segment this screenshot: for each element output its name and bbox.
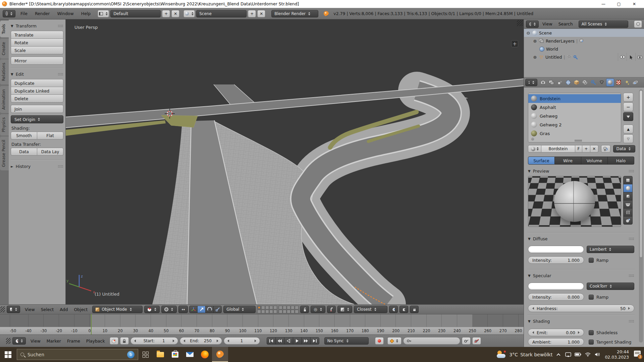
record-button[interactable] xyxy=(375,337,384,345)
new-material-button[interactable]: + xyxy=(582,145,590,153)
panel-grip[interactable] xyxy=(58,24,63,27)
decrement-arrow[interactable] xyxy=(134,340,136,342)
panel-header-edit[interactable]: ▼ Edit xyxy=(11,70,63,78)
data-button[interactable]: Data xyxy=(11,148,37,156)
snap-target-select[interactable]: Closest xyxy=(354,306,387,313)
end-frame-field[interactable]: End: 250 xyxy=(180,337,222,345)
volume-icon[interactable] xyxy=(594,350,601,359)
move-slot-down-button[interactable]: ▽ xyxy=(623,134,633,143)
battery-icon[interactable] xyxy=(574,350,582,359)
editor-type-timeline-button[interactable] xyxy=(12,337,26,345)
jump-to-end-button[interactable] xyxy=(310,337,319,345)
decrement-arrow[interactable] xyxy=(532,307,534,310)
task-view-button[interactable] xyxy=(138,347,153,362)
expand-icon[interactable]: ⊕ xyxy=(533,39,537,44)
specular-shader-select[interactable]: CookTorr xyxy=(587,283,634,290)
region-expand-button[interactable]: + xyxy=(511,40,518,47)
cast-icon[interactable] xyxy=(565,350,572,359)
list-resize-grip[interactable] xyxy=(575,140,582,141)
manipulator-toggle[interactable]: ↔ xyxy=(178,306,188,313)
timeline-ruler[interactable]: -50-40-30-20-100102030405060708090100110… xyxy=(0,327,524,335)
type-surface[interactable]: Surface xyxy=(528,157,555,165)
decrement-arrow[interactable] xyxy=(183,340,185,342)
tray-chevron-icon[interactable] xyxy=(555,350,562,359)
material-slot[interactable]: Gehweg 2 xyxy=(528,120,621,129)
panel-grip[interactable] xyxy=(58,73,63,76)
menu-item[interactable]: Search xyxy=(555,21,576,26)
firefox-button[interactable] xyxy=(197,347,212,362)
shelf-tab-physics[interactable]: Physics xyxy=(0,114,9,135)
manipulator-translate-button[interactable] xyxy=(197,306,206,313)
start-frame-field[interactable]: Start: 1 xyxy=(130,337,178,345)
3d-viewport[interactable]: z x y User Persp (1) Untitled + xyxy=(66,19,524,304)
shading-ambient-slider[interactable]: Ambient: 1.000 xyxy=(528,338,584,346)
manipulator-rotate-button[interactable] xyxy=(205,306,214,313)
material-name-field[interactable]: Bordstein xyxy=(541,145,575,153)
previous-keyframe-button[interactable] xyxy=(275,337,284,345)
tab-modifiers[interactable] xyxy=(589,78,597,86)
remove-material-slot-button[interactable]: − xyxy=(623,103,633,111)
mode-select[interactable]: Object Mode xyxy=(92,306,143,313)
proportional-edit-select[interactable]: ◎ xyxy=(311,306,325,313)
increment-arrow[interactable] xyxy=(217,340,218,342)
shading-emit-slider[interactable]: Emit: 0.00 xyxy=(528,329,584,336)
panel-header-history[interactable]: ► History xyxy=(11,163,63,170)
panel-header-shading[interactable]: ▼ Shading xyxy=(528,317,634,325)
outliner-display-select[interactable]: All Scenes xyxy=(579,20,628,28)
tab-constraints[interactable] xyxy=(581,78,589,86)
data-layout-button[interactable]: Data Lay xyxy=(37,148,63,156)
outliner-row-scene[interactable]: ⊖ Scene xyxy=(524,29,644,37)
menu-item[interactable]: View xyxy=(22,307,38,312)
diffuse-color-swatch[interactable] xyxy=(528,246,584,253)
increment-arrow[interactable] xyxy=(173,340,174,342)
add-scene-button[interactable]: + xyxy=(248,10,256,17)
preview-cube-button[interactable] xyxy=(623,192,633,200)
corner-resize-grip[interactable] xyxy=(0,306,5,312)
fake-user-button[interactable]: F xyxy=(575,145,582,153)
panel-grip[interactable] xyxy=(629,320,634,323)
browse-material-button[interactable] xyxy=(528,145,541,153)
scene-icon-button[interactable] xyxy=(183,10,195,17)
menu-item[interactable]: View xyxy=(539,21,555,26)
shadeless-checkbox[interactable] xyxy=(589,330,594,335)
increment-arrow[interactable] xyxy=(628,307,630,310)
editor-type-info-button[interactable]: i xyxy=(3,10,15,17)
increment-arrow[interactable] xyxy=(578,331,580,334)
menu-item[interactable]: Help xyxy=(77,11,95,16)
tab-particles[interactable] xyxy=(623,78,631,86)
lock-to-scene-button[interactable] xyxy=(300,306,309,313)
panel-grip[interactable] xyxy=(58,165,63,168)
shelf-tab-animation[interactable]: Animation xyxy=(0,86,9,113)
layers-widget[interactable] xyxy=(257,306,299,313)
mail-button[interactable] xyxy=(182,347,197,362)
material-slot[interactable]: Bordstein xyxy=(528,94,621,103)
tab-material[interactable] xyxy=(606,78,614,86)
scrollbar-thumb[interactable] xyxy=(639,90,643,258)
render-opengl-anim-button[interactable] xyxy=(410,306,419,313)
delete-keyframe-button[interactable] xyxy=(472,337,481,345)
add-slot-icon[interactable]: ⊕ xyxy=(531,137,534,141)
sync-mode-select[interactable]: No Sync xyxy=(324,337,369,345)
join-button[interactable]: Join xyxy=(11,105,63,113)
snap-toggle[interactable] xyxy=(327,306,336,313)
menu-item[interactable]: Add xyxy=(57,307,71,312)
tab-render[interactable] xyxy=(539,78,547,86)
tab-world[interactable] xyxy=(564,78,572,86)
scale-button[interactable]: Scale xyxy=(11,46,63,54)
panel-header-diffuse[interactable]: ▼ Diffuse xyxy=(528,235,634,242)
specular-color-swatch[interactable] xyxy=(528,283,584,290)
tab-object-data[interactable] xyxy=(598,78,606,86)
manipulator-axes-button[interactable] xyxy=(189,306,198,313)
tab-object[interactable] xyxy=(573,78,581,86)
wifi-icon[interactable] xyxy=(584,350,591,359)
screen-layout-icon-button[interactable] xyxy=(98,10,109,17)
panel-header-specular[interactable]: ▼ Specular xyxy=(528,272,634,279)
menu-item[interactable]: View xyxy=(28,339,44,344)
menu-item[interactable]: Playback xyxy=(83,339,108,344)
current-frame-field[interactable]: 1 xyxy=(224,337,260,345)
tab-scene[interactable] xyxy=(556,78,564,86)
add-material-slot-button[interactable]: + xyxy=(623,93,633,102)
expand-icon[interactable]: ⊕ xyxy=(533,55,537,60)
timeline-track-area[interactable] xyxy=(0,314,524,327)
next-keyframe-button[interactable] xyxy=(302,337,311,345)
